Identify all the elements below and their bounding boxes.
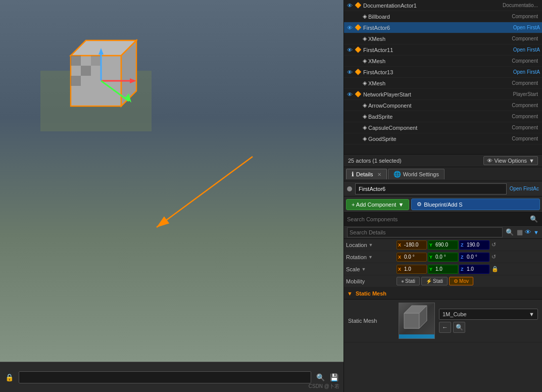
actor-type-icon: 🔶 (355, 91, 362, 97)
save-icon[interactable]: 💾 (330, 373, 338, 381)
location-reset-button[interactable]: ↺ (491, 241, 496, 248)
outliner-item[interactable]: ◈XMeshComponent (344, 78, 542, 89)
item-type-label: Component (500, 136, 540, 141)
outliner-item[interactable]: 👁🔶FirstActor6Open FirstA (344, 22, 542, 33)
visibility-icon[interactable]: 👁 (346, 3, 353, 9)
location-y-field[interactable]: Y 690.0 (428, 240, 458, 250)
movable-icon: ⚙ (454, 278, 458, 284)
item-type-label: Component (500, 103, 540, 108)
outliner-item[interactable]: 👁🔶NetworkPlayerStartPlayerStart (344, 89, 542, 100)
tab-details-close[interactable]: ✕ (377, 172, 381, 177)
eye-options-button[interactable]: 👁 (525, 228, 531, 236)
mobility-movable-button[interactable]: ⚙ Mov (449, 277, 473, 285)
rotation-expand-icon[interactable]: ▼ (368, 255, 373, 260)
static-mesh-section-header[interactable]: ▼ Static Mesh (344, 287, 542, 300)
sz-label-icon: Z (461, 267, 464, 272)
outliner-item[interactable]: 👁🔶FirstActor11Open FirstA (344, 44, 542, 56)
open-asset-link[interactable]: Open FirstA (505, 47, 540, 53)
visibility-icon[interactable]: 👁 (346, 91, 353, 97)
outliner-item[interactable]: ◈XMeshComponent (344, 33, 542, 44)
rotation-z-field[interactable]: Z 0.0 ° (459, 253, 489, 262)
lock-icon[interactable]: 🔒 (5, 373, 14, 381)
rx-label-icon: X (398, 255, 401, 260)
open-actor-button[interactable]: Open FirstAc (510, 186, 539, 191)
mesh-name-dropdown[interactable]: 1M_Cube ▼ (439, 309, 538, 320)
outliner-item[interactable]: ◈BillboardComponent (344, 11, 542, 22)
location-expand-icon[interactable]: ▼ (369, 242, 373, 248)
static1-dot: ● (401, 278, 404, 284)
search-details-button[interactable]: 🔍 (505, 227, 515, 237)
actor-type-icon: ◈ (363, 58, 367, 64)
tab-world-settings-label: World Settings (403, 171, 439, 177)
rotation-y-field[interactable]: Y 0.0 ° (428, 253, 458, 262)
rotation-y-value: 0.0 ° (435, 254, 446, 260)
actor-name-input[interactable] (355, 183, 507, 194)
actor-type-icon: 🔶 (355, 46, 362, 53)
item-name-label: FirstActor11 (363, 47, 503, 53)
svg-rect-6 (71, 76, 81, 86)
rotation-row: Rotation ▼ X 0.0 ° Y 0.0 ° Z 0.0 ° (344, 251, 542, 263)
visibility-icon[interactable]: 👁 (346, 25, 353, 31)
location-x-field[interactable]: X -180.0 (397, 240, 427, 250)
outliner-item[interactable]: ◈GoodSpriteComponent (344, 133, 542, 144)
blueprint-label: Blueprint/Add S (424, 202, 462, 208)
location-z-field[interactable]: Z 190.0 (459, 240, 489, 250)
mesh-search-button[interactable]: 🔍 (453, 322, 465, 333)
search-details-row: 🔍 ▦ 👁 ▼ (344, 226, 542, 239)
location-z-value: 190.0 (467, 242, 479, 248)
scale-expand-icon[interactable]: ▼ (362, 267, 366, 272)
detail-tabs: ℹ Details ✕ 🌐 World Settings (344, 167, 542, 181)
item-name-label: XMesh (368, 80, 498, 86)
section-collapse-icon: ▼ (347, 290, 353, 297)
outliner-item[interactable]: ◈ArrowComponentComponent (344, 100, 542, 111)
search-icon[interactable]: 🔍 (316, 373, 325, 381)
view-options-button[interactable]: 👁 View Options ▼ (483, 156, 538, 165)
scale-row: Scale ▼ X 1.0 Y 1.0 Z 1.0 (344, 263, 542, 275)
blueprint-button[interactable]: ⚙ Blueprint/Add S (411, 199, 540, 210)
mobility-static1-button[interactable]: ● Stati (397, 277, 420, 285)
visibility-icon[interactable]: 👁 (346, 69, 353, 75)
outliner-item[interactable]: 👁🔶FirstActor13Open FirstA (344, 67, 542, 78)
scale-lock-icon[interactable]: 🔒 (491, 266, 499, 272)
actor-type-icon: ◈ (363, 124, 367, 131)
rotation-fields: X 0.0 ° Y 0.0 ° Z 0.0 ° ↺ (397, 253, 540, 262)
static1-label: Stati (405, 278, 415, 284)
view-options-label: View Options (495, 158, 527, 164)
scale-x-field[interactable]: X 1.0 (397, 265, 427, 274)
ry-label-icon: Y (429, 255, 432, 260)
item-name-label: XMesh (368, 58, 498, 64)
outliner-item[interactable]: ◈BadSpriteComponent (344, 111, 542, 122)
item-name-label: FirstActor13 (363, 69, 503, 75)
viewport[interactable]: 🔒 🔍 💾 CSDN @卜若 (0, 0, 343, 392)
grid-view-button[interactable]: ▦ (517, 228, 523, 236)
scale-y-value: 1.0 (435, 266, 442, 272)
visibility-icon[interactable]: 👁 (346, 47, 353, 53)
movable-label: Mov (459, 278, 469, 284)
search-components-button[interactable]: 🔍 (529, 214, 539, 224)
watermark: CSDN @卜若 (309, 383, 339, 390)
search-components-input[interactable] (347, 214, 527, 224)
status-bar: 25 actors (1 selected) 👁 View Options ▼ (344, 154, 542, 167)
outliner-item[interactable]: ◈XMeshComponent (344, 56, 542, 67)
location-text: Location (346, 242, 367, 248)
rotation-reset-button[interactable]: ↺ (491, 254, 496, 260)
mesh-back-button[interactable]: ← (439, 322, 451, 333)
open-asset-link[interactable]: Open FirstA (505, 25, 540, 30)
outliner: 👁🔶DocumentationActor1Documentatio...◈Bil… (344, 0, 542, 154)
scale-z-field[interactable]: Z 1.0 (459, 265, 489, 274)
outliner-item[interactable]: ◈CapsuleComponentComponent (344, 122, 542, 133)
scale-y-field[interactable]: Y 1.0 (428, 265, 458, 274)
actor-type-icon: 🔶 (355, 24, 362, 31)
outliner-item[interactable]: 👁🔶DocumentationActor1Documentatio... (344, 0, 542, 11)
mobility-static2-button[interactable]: ⚡ Stati (421, 277, 448, 285)
info-icon: ℹ (352, 171, 354, 178)
search-details-input[interactable] (347, 227, 503, 237)
open-asset-link[interactable]: Open FirstA (505, 69, 540, 75)
rotation-x-field[interactable]: X 0.0 ° (397, 253, 427, 262)
viewport-search (19, 371, 311, 383)
tab-world-settings[interactable]: 🌐 World Settings (388, 169, 445, 179)
static-mesh-content: Static Mesh 1M_Cub (344, 300, 542, 342)
tab-details[interactable]: ℹ Details ✕ (346, 169, 387, 179)
add-component-button[interactable]: + Add Component ▼ (346, 199, 409, 210)
actor-type-icon: ◈ (363, 13, 367, 20)
